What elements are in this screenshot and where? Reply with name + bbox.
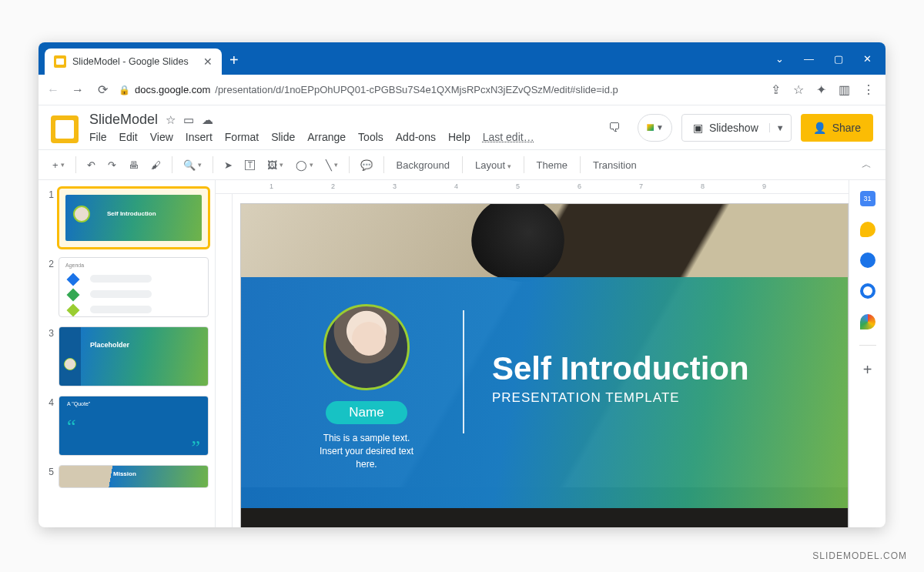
- name-pill[interactable]: Name: [326, 401, 407, 424]
- print-icon[interactable]: 🖶: [124, 156, 143, 174]
- thumb-4[interactable]: A "Quote" “”: [59, 396, 209, 456]
- thumb-2[interactable]: Agenda: [59, 257, 209, 317]
- close-window-icon[interactable]: ✕: [863, 53, 872, 65]
- calendar-icon[interactable]: [860, 191, 875, 206]
- menu-insert[interactable]: Insert: [186, 131, 213, 143]
- move-icon[interactable]: ▭: [183, 113, 194, 127]
- cloud-saved-icon[interactable]: ☁: [202, 113, 213, 127]
- ruler-horizontal: 123456789: [216, 180, 849, 194]
- window-controls: ⌄ ― ▢ ✕: [775, 53, 886, 65]
- layout-button[interactable]: Layout ▾: [469, 156, 517, 174]
- maximize-icon[interactable]: ▢: [834, 53, 843, 65]
- textbox-icon[interactable]: 🅃: [240, 156, 259, 174]
- menu-edit[interactable]: Edit: [119, 131, 138, 143]
- menu-file[interactable]: File: [89, 131, 107, 143]
- new-slide-button[interactable]: +▾: [48, 156, 69, 174]
- menu-slide[interactable]: Slide: [271, 131, 295, 143]
- browser-tab[interactable]: SlideModel - Google Slides ✕: [45, 49, 222, 75]
- tab-title: SlideModel - Google Slides: [72, 56, 189, 67]
- address-bar: ← → ⟳ 🔒 docs.google.com/presentation/d/1…: [38, 75, 886, 105]
- vertical-divider: [463, 310, 464, 433]
- menu-addons[interactable]: Add-ons: [396, 131, 436, 143]
- play-icon: ▣: [693, 122, 703, 134]
- lock-icon: 🔒: [119, 85, 130, 95]
- chevron-down-icon[interactable]: ⌄: [775, 53, 784, 65]
- ruler-vertical: [216, 194, 233, 527]
- image-icon[interactable]: 🖼▾: [263, 156, 288, 174]
- paint-format-icon[interactable]: 🖌: [146, 156, 166, 174]
- thumb-5[interactable]: Mission: [59, 465, 209, 488]
- slide-title[interactable]: Self Introduction: [492, 350, 749, 387]
- editor-body: 1 Self Introduction 2 Agenda 3 Placehold…: [38, 180, 886, 527]
- extensions-icon[interactable]: ✦: [816, 82, 826, 97]
- avatar-image[interactable]: [323, 304, 410, 390]
- redo-icon[interactable]: ↷: [103, 156, 121, 174]
- side-panel: +: [849, 180, 886, 527]
- slide-subtitle[interactable]: PRESENTATION TEMPLATE: [492, 390, 749, 406]
- zoom-icon[interactable]: 🔍▾: [179, 156, 206, 174]
- menu-help[interactable]: Help: [448, 131, 470, 143]
- menu-tools[interactable]: Tools: [358, 131, 383, 143]
- meet-button[interactable]: ■▼: [638, 114, 672, 142]
- browser-window: SlideModel - Google Slides ✕ + ⌄ ― ▢ ✕ ←…: [38, 42, 886, 527]
- theme-button[interactable]: Theme: [531, 156, 574, 174]
- comment-icon[interactable]: 💬: [356, 156, 377, 174]
- person-icon: 👤: [813, 122, 826, 134]
- sample-text[interactable]: This is a sample text. Insert your desir…: [278, 432, 455, 470]
- add-addon-icon[interactable]: +: [863, 361, 872, 379]
- last-edit-link[interactable]: Last edit…: [483, 131, 534, 143]
- url-field[interactable]: 🔒 docs.google.com/presentation/d/1noEPpO…: [119, 84, 763, 95]
- kebab-menu-icon[interactable]: ⋮: [862, 82, 875, 97]
- new-tab-button[interactable]: +: [229, 52, 239, 69]
- maps-icon[interactable]: [860, 314, 875, 329]
- slideshow-button[interactable]: ▣Slideshow: [682, 122, 769, 134]
- watermark: SLIDEMODEL.COM: [812, 550, 907, 561]
- share-page-icon[interactable]: ⇪: [771, 82, 781, 97]
- share-button[interactable]: 👤Share: [801, 114, 873, 142]
- star-icon[interactable]: ☆: [166, 113, 176, 127]
- slide-thumbnails[interactable]: 1 Self Introduction 2 Agenda 3 Placehold…: [38, 180, 216, 527]
- shape-icon[interactable]: ◯▾: [291, 156, 318, 174]
- transition-button[interactable]: Transition: [587, 156, 643, 174]
- thumb-1[interactable]: Self Introduction: [59, 188, 209, 248]
- line-icon[interactable]: ╲▾: [321, 156, 343, 174]
- back-icon[interactable]: ←: [45, 83, 62, 97]
- doc-name[interactable]: SlideModel: [89, 112, 158, 128]
- collapse-toolbar-icon[interactable]: ︿: [857, 155, 876, 175]
- slides-logo-icon[interactable]: [51, 115, 79, 143]
- slide-1[interactable]: Name This is a sample text. Insert your …: [240, 203, 849, 527]
- slideshow-button-group: ▣Slideshow ▼: [681, 114, 792, 142]
- slideshow-dropdown[interactable]: ▼: [769, 123, 791, 132]
- keep-icon[interactable]: [860, 222, 875, 237]
- minimize-icon[interactable]: ―: [804, 53, 814, 65]
- menu-arrange[interactable]: Arrange: [307, 131, 346, 143]
- titlebar: SlideModel - Google Slides ✕ + ⌄ ― ▢ ✕: [38, 42, 886, 75]
- slide-canvas-area[interactable]: 123456789 Name This is a sample text. In…: [216, 180, 849, 527]
- close-tab-icon[interactable]: ✕: [203, 55, 213, 68]
- contacts-icon[interactable]: [860, 283, 875, 299]
- menu-format[interactable]: Format: [225, 131, 259, 143]
- sidepanel-toggle-icon[interactable]: ▥: [839, 82, 850, 97]
- menu-view[interactable]: View: [150, 131, 173, 143]
- comments-icon[interactable]: 🗨: [601, 114, 628, 142]
- url-path: /presentation/d/1noEPpOhUPQ01-cPGBSu7S4e…: [215, 84, 618, 95]
- menu-bar: File Edit View Insert Format Slide Arran…: [89, 131, 534, 143]
- select-tool-icon[interactable]: ➤: [219, 156, 237, 174]
- background-button[interactable]: Background: [390, 156, 456, 174]
- bookmark-icon[interactable]: ☆: [793, 82, 804, 97]
- tasks-icon[interactable]: [860, 253, 875, 268]
- undo-icon[interactable]: ↶: [82, 156, 100, 174]
- forward-icon[interactable]: →: [69, 83, 86, 97]
- toolbar: +▾ ↶ ↷ 🖶 🖌 🔍▾ ➤ 🅃 🖼▾ ◯▾ ╲▾ 💬 Background …: [38, 149, 886, 180]
- slides-favicon-icon: [54, 55, 66, 68]
- url-host: docs.google.com: [135, 84, 210, 95]
- app-header: SlideModel ☆ ▭ ☁ File Edit View Insert F…: [38, 105, 886, 143]
- thumb-3[interactable]: Placeholder: [59, 326, 209, 386]
- reload-icon[interactable]: ⟳: [94, 82, 111, 97]
- meet-icon: ■: [646, 119, 654, 135]
